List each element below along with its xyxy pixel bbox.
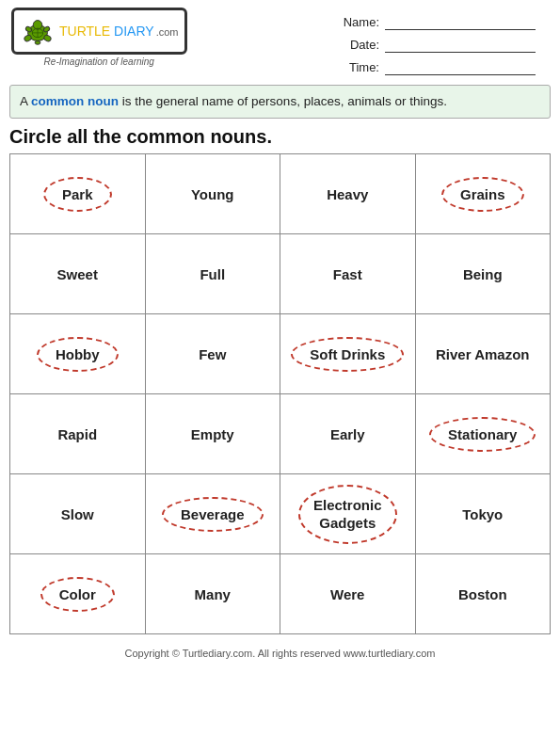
grid-cell: Grains	[415, 154, 551, 234]
name-field-row: Name:	[342, 13, 549, 30]
time-label: Time:	[342, 60, 379, 74]
grid-cell: Being	[415, 234, 551, 314]
logo-tagline: Re-Imagination of learning	[44, 56, 154, 67]
grid-cell: Park	[10, 154, 146, 234]
grid-cell: Fast	[280, 234, 416, 314]
date-field-row: Date:	[342, 36, 549, 53]
grid-cell: Tokyo	[415, 474, 551, 554]
info-text: is the general name of persons, places, …	[119, 94, 447, 108]
time-input[interactable]	[385, 58, 536, 75]
grid-cell: Boston	[415, 554, 551, 634]
date-input[interactable]	[385, 36, 536, 53]
highlight-text: common noun	[31, 94, 119, 108]
worksheet-title: Circle all the common nouns.	[9, 126, 551, 148]
grid-cell: Few	[145, 314, 280, 394]
grid-cell: Beverage	[145, 474, 280, 554]
grid-cell: Soft Drinks	[280, 314, 416, 394]
grid-cell: Color	[10, 554, 146, 634]
grid-cell: Hobby	[10, 314, 146, 394]
info-box: A common noun is the general name of per…	[9, 85, 551, 119]
grid-cell: Early	[280, 394, 416, 474]
time-field-row: Time:	[342, 58, 549, 75]
grid-cell: Rapid	[10, 394, 146, 474]
svg-point-6	[35, 40, 40, 44]
grid-cell: Slow	[10, 474, 146, 554]
grid-cell: ElectronicGadgets	[280, 474, 416, 554]
date-label: Date:	[342, 38, 379, 52]
header: TURTLE DIARY.com Re-Imagination of learn…	[0, 0, 560, 79]
grid-cell: Many	[145, 554, 280, 634]
logo-area: TURTLE DIARY.com Re-Imagination of learn…	[11, 8, 187, 67]
grid-table: ParkYoungHeavyGrainsSweetFullFastBeingHo…	[9, 153, 551, 634]
grid-cell: Sweet	[10, 234, 146, 314]
grid-cell: Young	[145, 154, 280, 234]
grid-cell: Were	[280, 554, 416, 634]
grid-cell: Empty	[145, 394, 280, 474]
logo-text: TURTLE DIARY.com	[59, 24, 179, 39]
turtle-icon	[20, 13, 56, 49]
name-label: Name:	[342, 15, 379, 29]
logo-box: TURTLE DIARY.com	[11, 8, 187, 55]
grid-cell: River Amazon	[415, 314, 551, 394]
grid-cell: Heavy	[280, 154, 416, 234]
name-fields: Name: Date: Time:	[342, 8, 549, 75]
grid-cell: Stationary	[415, 394, 551, 474]
name-input[interactable]	[385, 13, 536, 30]
grid-cell: Full	[145, 234, 280, 314]
footer: Copyright © Turtlediary.com. All rights …	[0, 638, 560, 665]
